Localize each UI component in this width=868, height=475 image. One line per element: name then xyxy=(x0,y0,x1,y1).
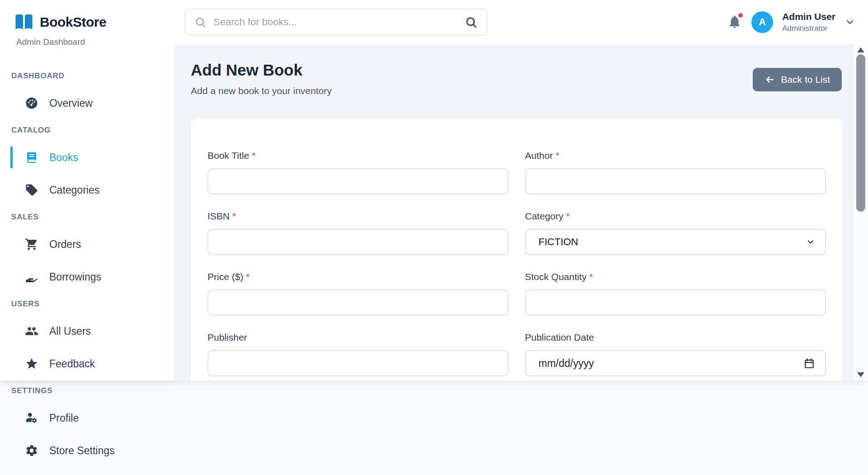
book-title-field: Book Title* xyxy=(208,150,509,195)
sidebar-item-overview[interactable]: Overview xyxy=(10,92,174,114)
hand-holding-icon xyxy=(25,270,38,284)
page-title: Add New Book xyxy=(191,61,332,80)
chevron-down-icon xyxy=(806,238,815,247)
field-label: Book Title xyxy=(208,150,249,161)
author-input[interactable] xyxy=(525,168,826,195)
category-select[interactable]: FICTION xyxy=(525,229,826,255)
star-icon xyxy=(25,357,38,370)
category-selected-value: FICTION xyxy=(538,236,578,248)
calendar-icon[interactable] xyxy=(803,357,815,369)
search-icon xyxy=(194,16,206,28)
author-field: Author* xyxy=(525,150,826,195)
sidebar-item-borrowings[interactable]: Borrowings xyxy=(10,266,174,288)
users-icon xyxy=(25,324,38,338)
main-content: Add New Book Add a new book to your inve… xyxy=(174,44,853,380)
open-book-icon xyxy=(14,12,34,33)
sidebar-item-profile[interactable]: Profile xyxy=(10,407,174,429)
brand: BookStore Admin Dashboard xyxy=(0,0,174,47)
search-icon[interactable] xyxy=(465,16,477,28)
sidebar-item-orders[interactable]: Orders xyxy=(10,233,174,255)
book-icon xyxy=(25,151,38,164)
isbn-input[interactable] xyxy=(208,229,509,255)
sidebar-item-store-settings[interactable]: Store Settings xyxy=(10,440,174,461)
app-title: BookStore xyxy=(40,14,106,30)
gauge-icon xyxy=(25,96,38,110)
category-field: Category* FICTION xyxy=(525,211,826,255)
user-info[interactable]: Admin User Administrator xyxy=(782,11,835,33)
required-marker: * xyxy=(556,150,559,161)
publisher-field: Publisher xyxy=(208,332,509,376)
search-input[interactable] xyxy=(213,16,458,28)
arrow-left-icon xyxy=(764,74,775,85)
required-marker: * xyxy=(566,211,570,221)
publication-date-input[interactable]: mm/dd/yyyy xyxy=(525,350,826,376)
field-label: Price ($) xyxy=(208,271,243,282)
isbn-field: ISBN* xyxy=(208,211,509,255)
price-input[interactable] xyxy=(208,290,509,316)
cart-icon xyxy=(25,238,38,251)
sidebar-item-all-users[interactable]: All Users xyxy=(10,320,174,342)
user-name: Admin User xyxy=(782,11,835,22)
user-role: Administrator xyxy=(782,24,835,33)
required-marker: * xyxy=(232,211,236,221)
sidebar-section-dashboard: DASHBOARD xyxy=(0,71,174,81)
date-placeholder: mm/dd/yyyy xyxy=(538,357,594,370)
notifications-button[interactable] xyxy=(727,14,742,30)
required-marker: * xyxy=(590,271,593,282)
sidebar-section-catalog: CATALOG xyxy=(0,126,174,135)
required-marker: * xyxy=(252,150,255,161)
field-label: Publisher xyxy=(208,332,247,342)
avatar[interactable]: A xyxy=(751,11,773,33)
price-field: Price ($)* xyxy=(208,271,509,316)
gear-icon xyxy=(25,444,38,457)
scroll-up-arrow[interactable] xyxy=(857,48,864,52)
field-label: ISBN xyxy=(208,211,230,221)
scrollbar[interactable] xyxy=(853,44,868,380)
field-label: Category xyxy=(525,211,563,221)
field-label: Publication Date xyxy=(525,332,594,342)
notification-badge xyxy=(737,12,744,19)
scrollbar-thumb[interactable] xyxy=(856,54,865,212)
field-label: Author xyxy=(525,150,553,161)
required-marker: * xyxy=(246,271,250,282)
book-title-input[interactable] xyxy=(208,168,509,195)
tag-icon xyxy=(25,183,38,197)
add-book-form-card: Book Title* Author* ISBN* Category* FICT… xyxy=(191,119,843,380)
sidebar-item-feedback[interactable]: Feedback xyxy=(10,353,174,375)
back-to-list-button[interactable]: Back to List xyxy=(753,68,842,91)
sidebar-item-books[interactable]: Books xyxy=(10,147,174,168)
publication-date-field: Publication Date mm/dd/yyyy xyxy=(525,332,826,376)
stock-quantity-input[interactable] xyxy=(525,290,826,316)
stock-quantity-field: Stock Quantity* xyxy=(525,271,826,316)
page-subtitle: Add a new book to your inventory xyxy=(191,86,332,96)
sidebar: BookStore Admin Dashboard DASHBOARD Over… xyxy=(0,0,174,475)
sidebar-section-users: USERS xyxy=(0,299,174,309)
sidebar-section-sales: SALES xyxy=(0,213,174,222)
field-label: Stock Quantity xyxy=(525,271,587,282)
app-subtitle: Admin Dashboard xyxy=(16,37,174,47)
user-gear-icon xyxy=(25,411,38,425)
search-box xyxy=(184,9,487,36)
chevron-down-icon[interactable] xyxy=(844,17,855,28)
sidebar-item-categories[interactable]: Categories xyxy=(10,179,174,201)
scroll-down-arrow[interactable] xyxy=(857,372,864,377)
sidebar-section-settings: SETTINGS xyxy=(0,386,174,395)
publisher-input[interactable] xyxy=(208,350,509,376)
